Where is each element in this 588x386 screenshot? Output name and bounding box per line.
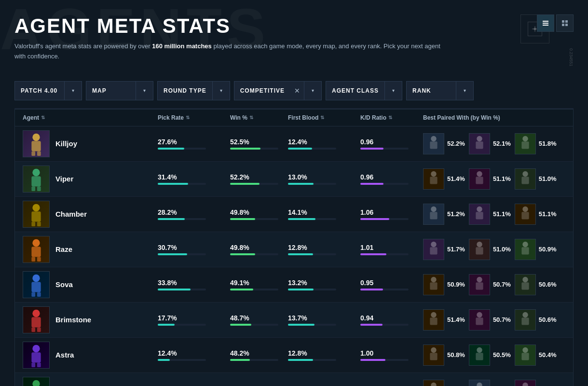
svg-point-66 — [477, 312, 482, 317]
paired-agent-1[interactable]: 50.7% — [469, 309, 511, 331]
paired-agent-0[interactable]: 50.1% — [423, 380, 465, 386]
first-blood-cell: 12.8% — [288, 244, 360, 255]
kd-ratio-cell: 1.06 — [360, 208, 423, 220]
win-pct-cell: 52.5% — [230, 138, 288, 150]
svg-rect-42 — [31, 257, 35, 262]
win-pct-value: 49.8% — [230, 208, 288, 216]
paired-agent-2[interactable]: 50.4% — [515, 345, 557, 366]
svg-point-20 — [32, 168, 40, 176]
paired-agent-2[interactable]: 51.0% — [515, 168, 557, 190]
best-paired-cell: 51.4%51.1%51.0% — [423, 168, 565, 190]
filter-patch-arrow[interactable]: ▾ — [64, 81, 82, 100]
paired-agent-2[interactable]: 50.6% — [515, 309, 557, 331]
svg-rect-17 — [476, 141, 483, 149]
agent-name-raze: Raze — [55, 245, 72, 253]
kd-ratio-cell: 0.94 — [360, 314, 423, 326]
col-first-blood[interactable]: First Blood ⇅ — [288, 114, 360, 121]
col-win-pct[interactable]: Win % ⇅ — [230, 114, 288, 121]
table-row[interactable]: Viper31.4%52.2%13.0%0.9651.4%51.1%51.0% — [15, 162, 573, 197]
paired-agent-2[interactable]: 51.1% — [515, 204, 557, 225]
paired-win-1: 51.1% — [493, 210, 511, 218]
paired-agent-0[interactable]: 52.2% — [423, 133, 465, 154]
filter-agent_class[interactable]: AGENT CLASS▾ — [326, 81, 402, 100]
paired-agent-0[interactable]: 51.4% — [423, 309, 465, 331]
win-pct-value: 49.1% — [230, 279, 288, 287]
svg-point-44 — [431, 241, 436, 247]
table-header: Agent ⇅ Pick Rate ⇅ Win % ⇅ First Blood … — [15, 110, 573, 126]
svg-rect-73 — [37, 362, 41, 367]
filter-round_type-label: ROUND TYPE — [158, 87, 212, 94]
table-row[interactable]: Killjoy27.6%52.5%12.4%0.9652.2%52.1%51.8… — [15, 126, 573, 162]
win-pct-cell: 48.2% — [230, 349, 288, 361]
paired-agent-1[interactable]: 51.1% — [469, 204, 511, 225]
paired-agent-1[interactable]: 51.1% — [469, 168, 511, 190]
filter-map-arrow[interactable]: ▾ — [136, 81, 153, 100]
paired-agent-2[interactable]: 51.8% — [515, 133, 557, 154]
filter-rank[interactable]: RANK▾ — [406, 81, 474, 100]
paired-agent-1[interactable]: 50.7% — [469, 274, 511, 295]
table-body: Killjoy27.6%52.5%12.4%0.9652.2%52.1%51.8… — [15, 126, 573, 386]
paired-agent-2[interactable]: 50.4% — [515, 380, 557, 386]
agent-avatar-killjoy — [23, 130, 50, 157]
svg-rect-35 — [430, 212, 437, 219]
win-pct-cell: 49.8% — [230, 208, 288, 220]
kd-ratio-value: 1.06 — [360, 208, 423, 216]
svg-point-84 — [431, 382, 436, 386]
sort-icon-kd: ⇅ — [388, 115, 392, 120]
paired-agent-1[interactable]: 50.0% — [469, 380, 511, 386]
filter-patch[interactable]: PATCH 4.00▾ — [14, 81, 82, 100]
filter-round_type[interactable]: ROUND TYPE▾ — [157, 81, 230, 100]
svg-point-30 — [32, 204, 40, 211]
first-blood-cell: 13.2% — [288, 385, 360, 386]
paired-avatar-0 — [423, 133, 444, 154]
filter-competitive-clear[interactable]: ✕ — [290, 81, 304, 100]
filter-agent_class-label: AGENT CLASS — [326, 87, 384, 94]
table-row[interactable]: Astra12.4%48.2%12.8%1.0050.8%50.5%50.4% — [15, 338, 573, 373]
filter-competitive[interactable]: COMPETITIVE✕▾ — [234, 81, 322, 100]
filter-round_type-arrow[interactable]: ▾ — [212, 81, 230, 100]
best-paired-cell: 51.2%51.1%51.1% — [423, 204, 565, 225]
table-row[interactable]: Brimstone17.7%48.7%13.7%0.9451.4%50.7%50… — [15, 303, 573, 338]
paired-agent-2[interactable]: 50.6% — [515, 274, 557, 295]
svg-point-58 — [522, 276, 528, 282]
paired-agent-0[interactable]: 51.2% — [423, 204, 465, 225]
paired-win-2: 51.0% — [539, 175, 557, 182]
first-blood-value: 14.1% — [288, 208, 360, 216]
paired-agent-2[interactable]: 50.9% — [515, 239, 557, 260]
svg-point-46 — [477, 241, 482, 247]
table-row[interactable]: Skye21.9%47.3%13.2%0.9250.1%50.0%50.4% — [15, 373, 573, 386]
agent-avatar-viper — [23, 165, 50, 193]
table-row[interactable]: Chamber28.2%49.8%14.1%1.0651.2%51.1%51.1… — [15, 197, 573, 232]
paired-win-1: 51.0% — [493, 246, 511, 253]
paired-avatar-1 — [469, 309, 490, 331]
filter-agent_class-arrow[interactable]: ▾ — [384, 81, 402, 100]
filter-competitive-arrow[interactable]: ▾ — [304, 81, 321, 100]
agent-avatar-chamber — [23, 201, 50, 228]
col-agent[interactable]: Agent ⇅ — [23, 114, 158, 121]
col-pick-rate[interactable]: Pick Rate ⇅ — [158, 114, 230, 121]
pick-rate-value: 21.9% — [158, 385, 230, 386]
table-row[interactable]: Raze30.7%49.8%12.8%1.0151.7%51.0%50.9% — [15, 232, 573, 267]
agent-avatar-brimstone — [23, 306, 50, 333]
filter-rank-arrow[interactable]: ▾ — [456, 81, 473, 100]
paired-agent-0[interactable]: 50.8% — [423, 345, 465, 366]
win-pct-value: 48.2% — [230, 349, 288, 357]
kd-ratio-value: 0.92 — [360, 385, 423, 386]
col-kd-ratio[interactable]: K/D Ratio ⇅ — [360, 114, 423, 121]
paired-win-1: 51.1% — [493, 175, 511, 182]
filters-row: PATCH 4.00▾MAP▾ROUND TYPE▾COMPETITIVE✕▾A… — [0, 81, 588, 108]
svg-rect-19 — [521, 141, 529, 149]
paired-agent-1[interactable]: 52.1% — [469, 133, 511, 154]
table-row[interactable]: Sova33.8%49.1%13.2%0.9550.9%50.7%50.6% — [15, 267, 573, 303]
paired-agent-1[interactable]: 51.0% — [469, 239, 511, 260]
paired-agent-0[interactable]: 51.7% — [423, 239, 465, 260]
paired-agent-0[interactable]: 50.9% — [423, 274, 465, 295]
coordinate-label: 0.234551 — [569, 48, 574, 67]
paired-agent-0[interactable]: 51.4% — [423, 168, 465, 190]
paired-avatar-0 — [423, 274, 444, 295]
pick-rate-cell: 21.9% — [158, 385, 230, 386]
svg-point-60 — [32, 309, 40, 317]
paired-agent-1[interactable]: 50.5% — [469, 345, 511, 366]
filter-map[interactable]: MAP▾ — [86, 81, 153, 100]
col-best-paired: Best Paired With (by Win %) — [423, 114, 565, 121]
